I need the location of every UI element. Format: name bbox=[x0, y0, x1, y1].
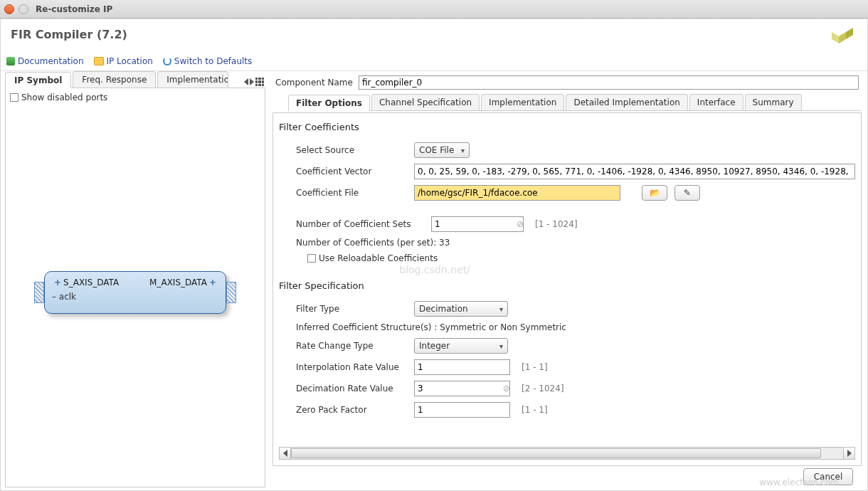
show-disabled-ports-checkbox[interactable]: Show disabled ports bbox=[10, 93, 260, 102]
chevron-down-icon: ▾ bbox=[494, 305, 503, 313]
tab-detailed-implementation[interactable]: Detailed Implementation bbox=[566, 94, 687, 110]
filter-type-dropdown[interactable]: Decimation ▾ bbox=[414, 301, 508, 317]
component-name-input[interactable] bbox=[359, 75, 859, 90]
checkbox-icon bbox=[10, 93, 18, 102]
coefficient-file-input[interactable] bbox=[414, 185, 620, 201]
select-source-value: COE File bbox=[419, 145, 454, 155]
decim-rate-hint: [2 - 1024] bbox=[522, 384, 564, 394]
browse-file-button[interactable]: 📂 bbox=[642, 185, 667, 201]
ip-symbol-block: +S_AXIS_DATA M_AXIS_DATA+ – aclk bbox=[44, 271, 226, 314]
filter-type-label: Filter Type bbox=[279, 304, 407, 314]
tab-ip-symbol[interactable]: IP Symbol bbox=[5, 72, 71, 88]
folder-open-icon: 📂 bbox=[650, 188, 660, 198]
edit-icon: ✎ bbox=[684, 188, 691, 198]
select-source-dropdown[interactable]: COE File ▾ bbox=[414, 142, 470, 158]
coeff-per-set-label: Number of Coefficients (per set): 33 bbox=[279, 238, 450, 248]
switch-to-defaults-link[interactable]: Switch to Defaults bbox=[163, 56, 252, 66]
page-title: FIR Compiler (7.2) bbox=[11, 28, 127, 49]
zero-pack-input[interactable] bbox=[414, 402, 510, 418]
zero-pack-hint: [1 - 1] bbox=[522, 405, 548, 415]
component-name-label: Component Name bbox=[275, 78, 353, 88]
coefficient-vector-input[interactable] bbox=[414, 164, 855, 179]
tab-interface[interactable]: Interface bbox=[689, 94, 743, 110]
scroll-left-icon[interactable] bbox=[280, 448, 291, 459]
reloadable-label: Use Reloadable Coefficients bbox=[319, 253, 438, 263]
rate-change-value: Integer bbox=[419, 341, 450, 351]
documentation-label: Documentation bbox=[18, 56, 84, 66]
ip-location-label: IP Location bbox=[107, 56, 153, 66]
filter-type-value: Decimation bbox=[419, 304, 468, 314]
port-aclk: aclk bbox=[59, 292, 76, 302]
preview-tabs: IP Symbol Freq. Response Implementation bbox=[5, 71, 265, 88]
vendor-logo-icon bbox=[829, 28, 857, 49]
decim-rate-label: Decimation Rate Value bbox=[279, 384, 407, 394]
reset-icon bbox=[163, 57, 171, 65]
cube-icon bbox=[6, 57, 15, 65]
scroll-track[interactable] bbox=[291, 448, 843, 459]
folder-icon bbox=[94, 57, 104, 65]
checkbox-icon bbox=[307, 254, 316, 263]
rate-change-dropdown[interactable]: Integer ▾ bbox=[414, 338, 508, 354]
svg-marker-1 bbox=[832, 32, 839, 43]
tab-filter-options[interactable]: Filter Options bbox=[288, 95, 370, 111]
filter-specification-heading: Filter Specification bbox=[279, 278, 855, 298]
minimize-icon[interactable] bbox=[18, 4, 28, 14]
show-all-tabs-icon[interactable] bbox=[255, 78, 264, 86]
decim-rate-input[interactable] bbox=[414, 381, 510, 396]
show-disabled-ports-label: Show disabled ports bbox=[21, 93, 107, 102]
window-title: Re-customize IP bbox=[36, 4, 112, 14]
ip-location-link[interactable]: IP Location bbox=[94, 56, 153, 66]
coefficient-vector-label: Coefficient Vector bbox=[279, 167, 407, 176]
rate-change-label: Rate Change Type bbox=[279, 341, 407, 351]
port-m-axis: M_AXIS_DATA bbox=[149, 278, 207, 287]
coeff-sets-input[interactable] bbox=[431, 216, 524, 232]
chevron-down-icon: ▾ bbox=[494, 342, 503, 350]
scroll-right-icon[interactable] bbox=[843, 448, 854, 459]
expand-in-icon[interactable]: + bbox=[54, 278, 61, 287]
svg-marker-2 bbox=[846, 28, 853, 39]
documentation-link[interactable]: Documentation bbox=[6, 56, 84, 66]
svg-marker-0 bbox=[839, 32, 846, 43]
tab-scroll-left-icon[interactable] bbox=[244, 78, 248, 85]
interp-rate-hint: [1 - 1] bbox=[522, 362, 548, 372]
coeff-sets-label: Number of Coefficient Sets bbox=[279, 219, 424, 229]
tab-freq-response[interactable]: Freq. Response bbox=[73, 71, 156, 88]
select-source-label: Select Source bbox=[279, 145, 407, 155]
tab-scroll-right-icon[interactable] bbox=[250, 78, 254, 85]
edit-file-button[interactable]: ✎ bbox=[674, 185, 700, 201]
zero-pack-label: Zero Pack Factor bbox=[279, 405, 407, 415]
input-port-bus-icon bbox=[34, 282, 44, 303]
close-icon[interactable] bbox=[4, 4, 14, 14]
interp-rate-label: Interpolation Rate Value bbox=[279, 362, 407, 372]
tab-implementation[interactable]: Implementation bbox=[481, 94, 564, 110]
filter-coefficients-heading: Filter Coefficients bbox=[279, 119, 855, 139]
titlebar: Re-customize IP bbox=[0, 0, 868, 19]
switch-defaults-label: Switch to Defaults bbox=[174, 56, 252, 66]
chevron-down-icon: ▾ bbox=[455, 147, 465, 154]
tab-implementation-preview[interactable]: Implementation bbox=[157, 71, 228, 88]
coefficient-file-label: Coefficient File bbox=[279, 188, 407, 198]
cancel-label: Cancel bbox=[814, 472, 843, 482]
tab-summary[interactable]: Summary bbox=[745, 94, 802, 110]
coeff-sets-hint: [1 - 1024] bbox=[535, 219, 578, 229]
inferred-structure-label: Inferred Coefficient Structure(s) : Symm… bbox=[279, 322, 566, 332]
scroll-thumb[interactable] bbox=[291, 448, 821, 458]
horizontal-scrollbar[interactable] bbox=[279, 447, 855, 460]
interp-rate-input[interactable] bbox=[414, 359, 510, 375]
cancel-button[interactable]: Cancel bbox=[803, 468, 853, 485]
expand-out-icon[interactable]: + bbox=[209, 278, 216, 287]
port-s-axis: S_AXIS_DATA bbox=[63, 278, 119, 287]
reloadable-checkbox[interactable]: Use Reloadable Coefficients bbox=[307, 253, 438, 263]
output-port-bus-icon bbox=[226, 282, 236, 303]
tab-channel-specification[interactable]: Channel Specification bbox=[371, 94, 480, 110]
settings-tabs: Filter Options Channel Specification Imp… bbox=[288, 94, 862, 111]
